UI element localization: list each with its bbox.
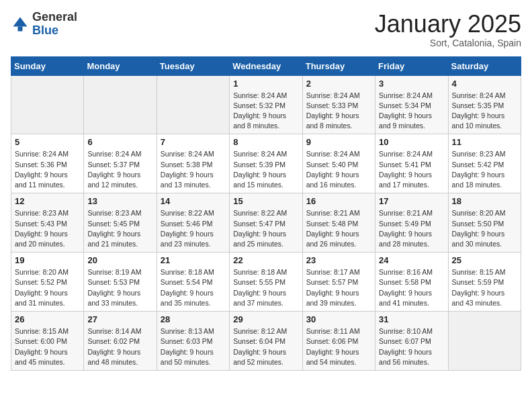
day-number: 16	[306, 196, 371, 206]
calendar-cell: 22Sunrise: 8:18 AMSunset: 5:55 PMDayligh…	[230, 253, 302, 312]
calendar-cell: 2Sunrise: 8:24 AMSunset: 5:33 PMDaylight…	[302, 75, 375, 134]
calendar-table: SundayMondayTuesdayWednesdayThursdayFrid…	[11, 56, 521, 371]
day-number: 9	[306, 137, 371, 147]
calendar-cell: 25Sunrise: 8:15 AMSunset: 5:59 PMDayligh…	[448, 253, 521, 312]
day-number: 22	[233, 255, 298, 265]
calendar-cell	[157, 75, 229, 134]
day-number: 1	[233, 79, 298, 89]
day-number: 31	[379, 314, 444, 324]
day-number: 10	[379, 137, 444, 147]
calendar-cell: 28Sunrise: 8:13 AMSunset: 6:03 PMDayligh…	[157, 312, 229, 371]
calendar-cell: 26Sunrise: 8:15 AMSunset: 6:00 PMDayligh…	[11, 312, 84, 371]
day-number: 6	[87, 137, 152, 147]
day-number: 30	[306, 314, 371, 324]
month-title: January 2025	[375, 11, 521, 38]
day-number: 19	[15, 255, 80, 265]
day-detail: Sunrise: 8:21 AMSunset: 5:48 PMDaylight:…	[306, 208, 371, 249]
calendar-cell: 12Sunrise: 8:23 AMSunset: 5:43 PMDayligh…	[11, 193, 84, 253]
day-detail: Sunrise: 8:23 AMSunset: 5:42 PMDaylight:…	[452, 149, 517, 190]
calendar-cell	[84, 75, 157, 134]
calendar-cell: 24Sunrise: 8:16 AMSunset: 5:58 PMDayligh…	[375, 253, 448, 312]
day-number: 29	[233, 314, 298, 324]
calendar-cell: 19Sunrise: 8:20 AMSunset: 5:52 PMDayligh…	[11, 253, 84, 312]
svg-marker-0	[13, 17, 28, 26]
calendar-cell	[11, 75, 84, 134]
weekday-header-saturday: Saturday	[448, 56, 521, 75]
logo: General Blue	[11, 11, 77, 38]
day-detail: Sunrise: 8:24 AMSunset: 5:39 PMDaylight:…	[233, 149, 298, 190]
calendar-cell: 30Sunrise: 8:11 AMSunset: 6:06 PMDayligh…	[302, 312, 375, 371]
day-number: 15	[233, 196, 298, 206]
calendar-cell: 15Sunrise: 8:22 AMSunset: 5:47 PMDayligh…	[230, 193, 302, 253]
day-detail: Sunrise: 8:15 AMSunset: 6:00 PMDaylight:…	[15, 326, 80, 367]
day-detail: Sunrise: 8:24 AMSunset: 5:41 PMDaylight:…	[379, 149, 444, 190]
day-detail: Sunrise: 8:20 AMSunset: 5:52 PMDaylight:…	[15, 267, 80, 308]
day-detail: Sunrise: 8:24 AMSunset: 5:33 PMDaylight:…	[306, 91, 371, 132]
logo-general: General	[32, 11, 77, 24]
day-number: 14	[161, 196, 226, 206]
calendar-cell: 1Sunrise: 8:24 AMSunset: 5:32 PMDaylight…	[230, 75, 302, 134]
calendar-cell: 21Sunrise: 8:18 AMSunset: 5:54 PMDayligh…	[157, 253, 229, 312]
day-number: 23	[306, 255, 371, 265]
day-detail: Sunrise: 8:24 AMSunset: 5:38 PMDaylight:…	[161, 149, 226, 190]
day-detail: Sunrise: 8:23 AMSunset: 5:45 PMDaylight:…	[87, 208, 152, 249]
day-detail: Sunrise: 8:16 AMSunset: 5:58 PMDaylight:…	[379, 267, 444, 308]
day-detail: Sunrise: 8:18 AMSunset: 5:54 PMDaylight:…	[161, 267, 226, 308]
title-block: January 2025 Sort, Catalonia, Spain	[375, 11, 521, 48]
calendar-cell: 23Sunrise: 8:17 AMSunset: 5:57 PMDayligh…	[302, 253, 375, 312]
day-detail: Sunrise: 8:23 AMSunset: 5:43 PMDaylight:…	[15, 208, 80, 249]
weekday-header-friday: Friday	[375, 56, 448, 75]
day-detail: Sunrise: 8:17 AMSunset: 5:57 PMDaylight:…	[306, 267, 371, 308]
day-detail: Sunrise: 8:19 AMSunset: 5:53 PMDaylight:…	[87, 267, 152, 308]
day-number: 3	[379, 79, 444, 89]
calendar-cell: 27Sunrise: 8:14 AMSunset: 6:02 PMDayligh…	[84, 312, 157, 371]
day-number: 4	[452, 79, 517, 89]
weekday-header-row: SundayMondayTuesdayWednesdayThursdayFrid…	[11, 56, 521, 75]
calendar-cell: 8Sunrise: 8:24 AMSunset: 5:39 PMDaylight…	[230, 134, 302, 193]
day-number: 12	[15, 196, 80, 206]
calendar-cell: 29Sunrise: 8:12 AMSunset: 6:04 PMDayligh…	[230, 312, 302, 371]
weekday-header-tuesday: Tuesday	[157, 56, 229, 75]
day-number: 26	[15, 314, 80, 324]
day-number: 5	[15, 137, 80, 147]
calendar-week-row: 26Sunrise: 8:15 AMSunset: 6:00 PMDayligh…	[11, 312, 521, 371]
day-detail: Sunrise: 8:24 AMSunset: 5:32 PMDaylight:…	[233, 91, 298, 132]
svg-rect-1	[18, 26, 23, 31]
day-detail: Sunrise: 8:22 AMSunset: 5:46 PMDaylight:…	[161, 208, 226, 249]
day-detail: Sunrise: 8:24 AMSunset: 5:37 PMDaylight:…	[87, 149, 152, 190]
day-number: 2	[306, 79, 371, 89]
weekday-header-monday: Monday	[84, 56, 157, 75]
day-number: 13	[87, 196, 152, 206]
calendar-cell: 14Sunrise: 8:22 AMSunset: 5:46 PMDayligh…	[157, 193, 229, 253]
day-number: 27	[87, 314, 152, 324]
calendar-cell: 6Sunrise: 8:24 AMSunset: 5:37 PMDaylight…	[84, 134, 157, 193]
calendar-cell: 13Sunrise: 8:23 AMSunset: 5:45 PMDayligh…	[84, 193, 157, 253]
calendar-cell: 5Sunrise: 8:24 AMSunset: 5:36 PMDaylight…	[11, 134, 84, 193]
day-detail: Sunrise: 8:14 AMSunset: 6:02 PMDaylight:…	[87, 326, 152, 367]
calendar-cell: 20Sunrise: 8:19 AMSunset: 5:53 PMDayligh…	[84, 253, 157, 312]
day-number: 7	[161, 137, 226, 147]
day-detail: Sunrise: 8:21 AMSunset: 5:49 PMDaylight:…	[379, 208, 444, 249]
day-number: 18	[452, 196, 517, 206]
calendar-week-row: 12Sunrise: 8:23 AMSunset: 5:43 PMDayligh…	[11, 193, 521, 253]
calendar-cell: 4Sunrise: 8:24 AMSunset: 5:35 PMDaylight…	[448, 75, 521, 134]
weekday-header-wednesday: Wednesday	[230, 56, 302, 75]
calendar-cell: 3Sunrise: 8:24 AMSunset: 5:34 PMDaylight…	[375, 75, 448, 134]
day-detail: Sunrise: 8:24 AMSunset: 5:40 PMDaylight:…	[306, 149, 371, 190]
day-detail: Sunrise: 8:11 AMSunset: 6:06 PMDaylight:…	[306, 326, 371, 367]
day-number: 11	[452, 137, 517, 147]
weekday-header-thursday: Thursday	[302, 56, 375, 75]
page-header: General Blue January 2025 Sort, Cataloni…	[11, 11, 521, 48]
calendar-week-row: 5Sunrise: 8:24 AMSunset: 5:36 PMDaylight…	[11, 134, 521, 193]
day-detail: Sunrise: 8:10 AMSunset: 6:07 PMDaylight:…	[379, 326, 444, 367]
calendar-cell: 11Sunrise: 8:23 AMSunset: 5:42 PMDayligh…	[448, 134, 521, 193]
calendar-cell: 9Sunrise: 8:24 AMSunset: 5:40 PMDaylight…	[302, 134, 375, 193]
logo-icon	[11, 15, 30, 34]
day-detail: Sunrise: 8:24 AMSunset: 5:34 PMDaylight:…	[379, 91, 444, 132]
day-detail: Sunrise: 8:22 AMSunset: 5:47 PMDaylight:…	[233, 208, 298, 249]
location: Sort, Catalonia, Spain	[375, 38, 521, 48]
weekday-header-sunday: Sunday	[11, 56, 84, 75]
day-detail: Sunrise: 8:15 AMSunset: 5:59 PMDaylight:…	[452, 267, 517, 308]
day-number: 20	[87, 255, 152, 265]
day-number: 28	[161, 314, 226, 324]
